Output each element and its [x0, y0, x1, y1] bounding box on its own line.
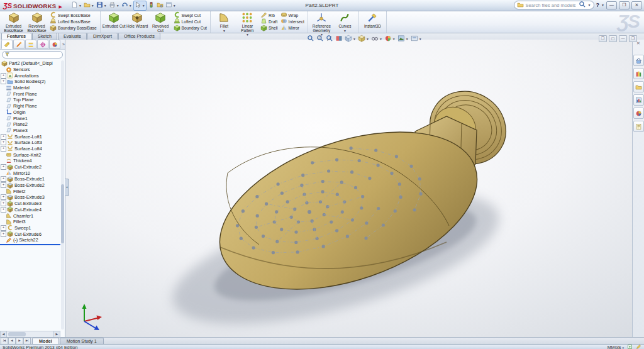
- hole-wizard-button[interactable]: Hole Wizard: [126, 11, 149, 32]
- tree-item-surface-loft4[interactable]: +Surface-Loft4: [0, 146, 60, 152]
- curves-button[interactable]: Curves▼: [333, 11, 357, 32]
- tree-item-front-plane[interactable]: Front Plane: [0, 91, 60, 97]
- tree-item-annotations[interactable]: +AAnnotations: [0, 72, 60, 79]
- reference-geometry-button[interactable]: Reference Geometry▼: [310, 11, 333, 32]
- tree-horizontal-scrollbar[interactable]: ◀ ▶: [0, 331, 60, 337]
- tree-item-plane1[interactable]: Plane1: [0, 115, 60, 121]
- edit-appearance-button[interactable]: ▼: [384, 35, 396, 43]
- tree-item-surface-loft3[interactable]: +Surface-Loft3: [0, 140, 60, 146]
- tree-item-fillet3[interactable]: Fillet3: [0, 219, 60, 225]
- apply-scene-button[interactable]: ▼: [397, 35, 409, 43]
- zoom-to-fit-button[interactable]: [307, 35, 314, 43]
- tree-item-chamfer1[interactable]: Chamfer1: [0, 213, 60, 219]
- tree-item-plane2[interactable]: Plane2: [0, 121, 60, 128]
- restore-button[interactable]: ❐: [619, 1, 630, 9]
- expand-icon[interactable]: +: [1, 140, 6, 145]
- lofted-boss-button[interactable]: Lofted Boss/Base: [50, 18, 97, 25]
- extruded-boss-button[interactable]: Extruded Boss/Base: [2, 11, 25, 32]
- tab-office-products[interactable]: Office Products: [118, 33, 160, 40]
- search-dropdown-icon[interactable]: ▼: [588, 3, 591, 7]
- view-settings-button[interactable]: ▼: [411, 35, 422, 43]
- tab-features[interactable]: Features: [1, 33, 31, 40]
- tree-item-mirror10[interactable]: Mirror10: [0, 170, 60, 176]
- boundary-cut-button[interactable]: Boundary Cut: [174, 25, 207, 31]
- tree-item-top-plane[interactable]: Top Plane: [0, 97, 60, 103]
- task-pane-tab-appearances-scenes[interactable]: [633, 108, 644, 119]
- scroll-thumb[interactable]: [8, 332, 26, 336]
- tree-item-surface-knit2[interactable]: Surface-Knit2: [0, 152, 60, 158]
- hide-show-items-button[interactable]: ▼: [371, 35, 382, 43]
- doc-new-window-icon[interactable]: ❐: [629, 35, 637, 42]
- tab-propertymanager[interactable]: [13, 40, 25, 49]
- zoom-to-area-button[interactable]: [316, 35, 324, 43]
- doc-minimize-icon[interactable]: —: [619, 35, 627, 42]
- task-pane-tab-file-explorer[interactable]: [633, 81, 644, 92]
- extruded-cut-button[interactable]: Extruded Cut: [103, 11, 126, 32]
- tree-item-material-not-specified[interactable]: Material: [0, 85, 60, 91]
- task-pane-tab-design-library[interactable]: [633, 68, 644, 79]
- save-button[interactable]: ▼: [96, 1, 108, 10]
- tree-item-sketch22[interactable]: (-) Sketch22: [0, 237, 60, 243]
- tab-sketch[interactable]: Sketch: [32, 33, 57, 40]
- task-pane-tab-solidworks-resources[interactable]: [633, 55, 644, 66]
- shell-button[interactable]: Shell: [260, 25, 278, 31]
- tab-displaymanager[interactable]: [49, 40, 60, 49]
- graphics-viewport[interactable]: [65, 40, 633, 337]
- select-button[interactable]: ▼: [133, 1, 147, 11]
- panel-splitter-handle[interactable]: ◂: [65, 179, 69, 196]
- tree-item-cut-extrude4[interactable]: +Cut-Extrude4: [0, 207, 60, 213]
- doc-restore-icon[interactable]: ❐: [599, 35, 607, 42]
- tree-item-plane3[interactable]: Plane3: [0, 128, 60, 134]
- expand-icon[interactable]: +: [1, 225, 6, 231]
- expand-icon[interactable]: +: [1, 182, 6, 188]
- revolved-boss-button[interactable]: Revolved Boss/Base: [25, 11, 48, 32]
- expand-icon[interactable]: +: [1, 146, 6, 152]
- part-3d-model[interactable]: [65, 40, 633, 337]
- help-dropdown-icon[interactable]: ▼: [601, 3, 604, 7]
- tree-item-boss-extrude2[interactable]: +Boss-Extrude2: [0, 182, 60, 189]
- tab-featuremanager[interactable]: [1, 40, 13, 49]
- expand-icon[interactable]: +: [1, 207, 6, 213]
- rollback-bar[interactable]: [0, 244, 60, 245]
- task-pane-tab-view-palette[interactable]: [633, 94, 644, 106]
- task-pane-tab-custom-properties[interactable]: [633, 121, 644, 132]
- tree-item-cut-extrude2[interactable]: +Cut-Extrude2: [0, 164, 60, 170]
- tree-filter-input[interactable]: [2, 51, 63, 58]
- tree-item-origin[interactable]: Origin: [0, 109, 60, 116]
- search-input[interactable]: Search files and models ▼: [514, 1, 594, 9]
- expand-icon[interactable]: +: [1, 231, 6, 237]
- help-button[interactable]: ?: [596, 2, 600, 8]
- boundary-boss-button[interactable]: Boundary Boss/Base: [50, 25, 97, 31]
- tree-item-boss-extrude3[interactable]: +Boss-Extrude3: [0, 194, 60, 201]
- search-icon[interactable]: [579, 1, 586, 9]
- file-properties-button[interactable]: ▼: [165, 1, 177, 10]
- expand-icon[interactable]: +: [1, 79, 6, 84]
- fillet-button[interactable]: Fillet▼: [213, 11, 236, 32]
- tree-vertical-scrollbar[interactable]: [61, 60, 64, 330]
- open-button[interactable]: ▼: [83, 1, 95, 10]
- tab-evaluate[interactable]: Evaluate: [58, 33, 87, 40]
- instant3d-button[interactable]: Instant3D: [361, 11, 384, 32]
- tree-item-sensors[interactable]: Sensors: [0, 67, 60, 73]
- tab-dimxpertmanager[interactable]: [37, 40, 48, 49]
- tree-item-sweep1[interactable]: +Sweep1: [0, 225, 60, 231]
- quick-tips-icon[interactable]: [636, 344, 641, 349]
- tree-item-right-plane[interactable]: Right Plane: [0, 103, 60, 109]
- mirror-button[interactable]: Mirror: [280, 25, 304, 31]
- tree-item-boss-extrude1[interactable]: +Boss-Extrude1: [0, 176, 60, 182]
- linear-pattern-button[interactable]: Linear Pattern▼: [236, 11, 259, 32]
- expand-icon[interactable]: +: [1, 73, 6, 79]
- doc-maximize-icon[interactable]: ▢: [609, 35, 617, 42]
- panel-tabs-overflow-icon[interactable]: »: [62, 42, 65, 47]
- tree-item-fillet2[interactable]: Fillet2: [0, 188, 60, 194]
- tree-item-thicken4[interactable]: Thicken4: [0, 158, 60, 164]
- tree-item-cut-extrude3[interactable]: +Cut-Extrude3: [0, 201, 60, 207]
- expand-icon[interactable]: +: [1, 164, 6, 170]
- rebuild-button[interactable]: [147, 1, 155, 10]
- tree-item-part2-default-default-displ[interactable]: Part2 (Default<_Displ: [0, 60, 60, 67]
- zoom-to-selection-button[interactable]: [326, 35, 333, 43]
- revolved-cut-button[interactable]: Revolved Cut: [149, 11, 172, 32]
- minimize-button[interactable]: —: [606, 1, 617, 9]
- close-button[interactable]: ✕: [631, 1, 642, 9]
- unit-system[interactable]: MMGS ▾: [608, 345, 624, 349]
